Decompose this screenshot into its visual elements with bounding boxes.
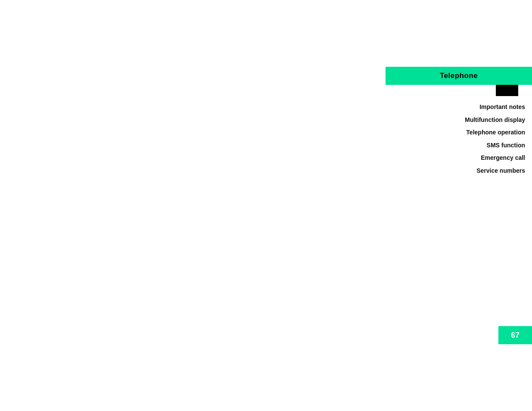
toc-item-sms-function[interactable]: SMS function [386, 141, 525, 150]
page-number-box: 67 [498, 326, 532, 344]
toc-item-important-notes[interactable]: Important notes [386, 103, 525, 112]
toc-item-service-numbers[interactable]: Service numbers [386, 167, 525, 175]
toc-item-telephone-operation[interactable]: Telephone operation [386, 128, 525, 137]
toc-item-multifunction-display[interactable]: Multifunction display [386, 116, 525, 125]
page-number-section: 67 ← [498, 326, 532, 344]
page-number: 67 [511, 331, 520, 340]
chapter-title: Telephone [440, 72, 478, 80]
chapter-section: Telephone ← Important notes Multifunctio… [386, 67, 532, 180]
black-accent-bar [496, 85, 518, 96]
chapter-title-bar: Telephone ← [386, 67, 532, 85]
chapter-title-green-bar: Telephone [386, 67, 532, 85]
page-container: Telephone ← Important notes Multifunctio… [0, 0, 532, 411]
toc-list: Important notes Multifunction display Te… [386, 103, 532, 175]
toc-item-emergency-call[interactable]: Emergency call [386, 154, 525, 162]
